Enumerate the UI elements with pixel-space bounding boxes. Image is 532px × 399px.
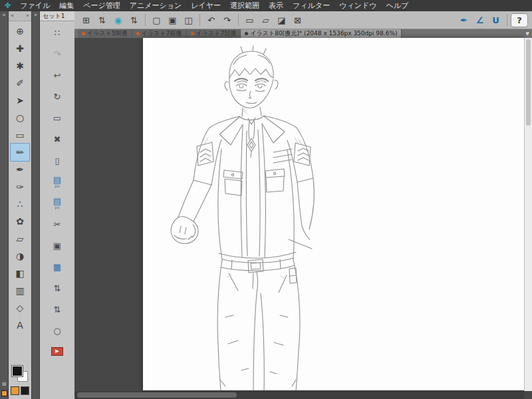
open-page-button[interactable]: ▣ xyxy=(165,13,180,27)
transform-button[interactable]: ⊠ xyxy=(290,13,305,27)
snap-special-button[interactable]: U xyxy=(488,13,503,27)
tool-text[interactable]: A xyxy=(11,317,29,334)
redo-button[interactable]: ↷ xyxy=(219,13,235,27)
help-button[interactable]: ? xyxy=(511,13,528,27)
menu-animation[interactable]: アニメーション xyxy=(125,1,187,11)
tool-figure[interactable]: ◇ xyxy=(11,299,29,317)
tool-selection[interactable]: ▭ xyxy=(11,126,29,144)
tool-blend[interactable]: ◑ xyxy=(11,247,29,265)
horizontal-scrollbar-thumb[interactable] xyxy=(77,392,237,398)
stepper-icon: ⇅ xyxy=(130,15,138,25)
menu-page-management[interactable]: ページ管理 xyxy=(78,1,125,11)
horizontal-scrollbar[interactable] xyxy=(74,391,524,399)
tool-hand[interactable]: ✱ xyxy=(11,57,29,74)
deselect-button[interactable]: ▱ xyxy=(258,13,273,27)
main-color-chip[interactable] xyxy=(12,366,23,376)
stepper-a-button[interactable]: ⇅ xyxy=(94,13,110,27)
menu-selection[interactable]: 選択範囲 xyxy=(225,1,264,11)
palette-collapse-left-icon[interactable]: « xyxy=(11,11,14,21)
subtool-layers[interactable]: ▦ xyxy=(47,257,67,278)
menu-window[interactable]: ウィンドウ xyxy=(334,1,381,11)
palette-collapse-right-icon[interactable]: » xyxy=(26,11,29,21)
snap-pen-button[interactable]: ✒ xyxy=(456,13,471,27)
accent-color-chip[interactable] xyxy=(11,386,19,395)
clip-spiral-button[interactable]: ◉ xyxy=(110,13,126,27)
clip-spiral-icon: ◉ xyxy=(114,15,122,25)
record-icon: ▶ xyxy=(55,349,59,354)
tool-zoom[interactable]: ⊕ xyxy=(11,23,29,40)
tab-label: イラスト80[復元]* (2048 x 1536px 350dpi 98.6%) xyxy=(250,29,397,38)
clip-studio-window: ✤ ファイル 編集 ページ管理 アニメーション レイヤー 選択範囲 表示 フィル… xyxy=(0,0,532,399)
subtool-redo[interactable]: ↷ xyxy=(47,44,67,65)
tool-move[interactable]: ✚ xyxy=(11,40,29,57)
airbrush-icon: ∴ xyxy=(17,199,23,209)
tool-lasso[interactable]: ○ xyxy=(11,109,29,126)
menu-filter[interactable]: フィルター xyxy=(288,1,334,11)
snap-special-icon: U xyxy=(492,15,499,25)
toolbar-separator xyxy=(507,14,507,26)
tool-brush[interactable]: ✑ xyxy=(11,178,29,196)
subtool-close[interactable]: ✖ xyxy=(47,129,67,150)
tool-pencil[interactable]: ✏ xyxy=(11,144,29,161)
subtool-circle[interactable]: ○ xyxy=(47,321,67,342)
edge-grid-icon[interactable]: ⊞ xyxy=(2,380,7,388)
subtool-set-tab[interactable]: セット1 xyxy=(40,11,74,21)
tab-label: イラスト75[復 xyxy=(196,29,237,38)
mini-collapse-icon[interactable]: » xyxy=(32,11,39,19)
subtool-frame[interactable]: ▭ xyxy=(47,108,67,129)
redo-icon: ↷ xyxy=(54,51,61,59)
paper-icon: ▯ xyxy=(55,157,59,165)
subtool-png-file-2[interactable]: ▤px xyxy=(47,193,67,214)
subtool-paper[interactable]: ▯ xyxy=(47,150,67,172)
tab-illust-80-active[interactable]: イラスト80[復元]* (2048 x 1536px 350dpi 98.6%) xyxy=(241,29,402,38)
tab-illust-75[interactable]: イラスト75[復 xyxy=(187,29,241,38)
snap-ruler-button[interactable]: ∠ xyxy=(472,13,487,27)
subtool-spray[interactable]: ∷ xyxy=(47,23,67,44)
stepper-b-button[interactable]: ⇅ xyxy=(126,13,142,27)
menu-edit[interactable]: 編集 xyxy=(55,1,78,11)
menu-help[interactable]: ヘルプ xyxy=(381,1,413,11)
subtool-rotate[interactable]: ↻ xyxy=(47,86,67,108)
tool-fill[interactable]: ◧ xyxy=(11,265,29,282)
tool-airbrush[interactable]: ∴ xyxy=(11,196,29,213)
tool-operation[interactable]: ➤ xyxy=(11,92,29,109)
dark-color-chip[interactable] xyxy=(21,386,29,395)
tool-decoration[interactable]: ✿ xyxy=(11,213,29,230)
grid-view-button[interactable]: ⊞ xyxy=(78,13,94,27)
tab-label: イラスト59[復 xyxy=(87,29,128,38)
tool-palette: « » ⊕ ✚ ✱ ✐ ➤ ○ ▭ ✏ ✒ ✑ ∴ ✿ ▱ ◑ ◧ ▥ ◇ xyxy=(9,11,31,399)
subtool-clipboard[interactable]: ▣ xyxy=(47,235,67,257)
tab-illust-78[interactable]: イラスト78[復 xyxy=(132,29,187,38)
undo-icon: ↩ xyxy=(54,72,61,80)
tab-overflow-button[interactable]: ▼ xyxy=(525,29,531,38)
subtool-record[interactable]: ▶ xyxy=(51,347,63,356)
subtool-png-file-1[interactable]: ▤px xyxy=(47,172,67,193)
save-icon: ◫ xyxy=(184,15,192,25)
menu-view[interactable]: 表示 xyxy=(264,1,288,11)
subtool-stepper-2[interactable]: ⇅ xyxy=(47,299,67,321)
app-logo-icon[interactable]: ✤ xyxy=(3,1,15,10)
menu-layer[interactable]: レイヤー xyxy=(186,1,225,11)
tool-eyedropper[interactable]: ✐ xyxy=(11,74,29,92)
subtool-stepper-1[interactable]: ⇅ xyxy=(47,278,67,299)
menu-file[interactable]: ファイル xyxy=(15,1,55,11)
erase-button[interactable]: ◪ xyxy=(274,13,289,27)
drawing-canvas[interactable] xyxy=(143,38,524,390)
figure-icon: ◇ xyxy=(17,303,24,313)
undo-button[interactable]: ↶ xyxy=(203,13,219,27)
vertical-scrollbar-thumb[interactable] xyxy=(526,39,531,126)
tool-pen[interactable]: ✒ xyxy=(11,161,29,178)
pencil-icon: ✏ xyxy=(16,147,24,158)
stepper-icon: ⇅ xyxy=(54,306,61,314)
tool-gradient[interactable]: ▥ xyxy=(11,282,29,299)
subtool-scissors[interactable]: ✂ xyxy=(47,214,67,235)
vertical-scrollbar[interactable] xyxy=(524,38,532,391)
new-page-button[interactable]: ▢ xyxy=(149,13,164,27)
tab-illust-59[interactable]: イラスト59[復 xyxy=(78,29,132,38)
select-area-button[interactable]: ▭ xyxy=(242,13,257,27)
tool-eraser[interactable]: ▱ xyxy=(11,230,29,247)
edge-color-chip[interactable] xyxy=(1,390,7,396)
save-button[interactable]: ◫ xyxy=(181,13,196,27)
subtool-undo[interactable]: ↩ xyxy=(47,65,67,86)
dock-collapse-icon[interactable]: « xyxy=(0,11,8,19)
